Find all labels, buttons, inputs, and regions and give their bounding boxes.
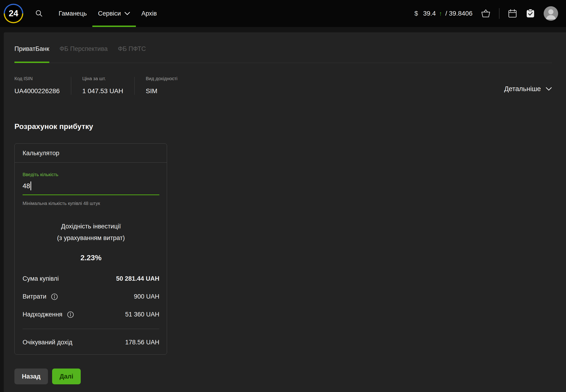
isin-group: Код ISIN UA4000226286 xyxy=(15,76,60,95)
tab-fb-pfts[interactable]: ФБ ПФТС xyxy=(118,45,146,63)
expenses-label: Витрати xyxy=(23,293,46,300)
yield-percentage: 2.23% xyxy=(23,253,159,262)
details-label: Детальніше xyxy=(504,85,541,93)
proceeds-label: Надходження xyxy=(23,311,62,318)
calculator-title: Калькулятор xyxy=(15,144,167,163)
tab-privatbank-label: ПриватБанк xyxy=(15,45,49,52)
quantity-input-value: 48 xyxy=(23,182,30,190)
purchase-sum-value: 50 281.44 UAH xyxy=(116,275,159,282)
calculation-rows: Сума купівлі 50 281.44 UAH Витрати xyxy=(23,275,159,346)
tab-privatbank[interactable]: ПриватБанк xyxy=(15,45,49,63)
calendar-button[interactable] xyxy=(508,9,517,18)
yield-caption-line1: Дохідність інвестиції xyxy=(23,221,159,232)
currency-rate[interactable]: $ 39.4 ↑ / 39.8406 xyxy=(414,10,473,17)
content-panel: ПриватБанк ФБ Перспектива ФБ ПФТС Код IS… xyxy=(4,32,566,392)
expenses-info-button[interactable] xyxy=(51,293,58,300)
tab-fb-pfts-label: ФБ ПФТС xyxy=(118,45,146,52)
purchase-sum-row: Сума купівлі 50 281.44 UAH xyxy=(23,275,159,282)
form-actions: Назад Далі xyxy=(15,368,552,384)
nav-item-services[interactable]: Сервіси xyxy=(92,0,136,27)
calculator-card: Калькулятор Введіть кількість 48 Мінімал… xyxy=(15,143,167,355)
min-quantity-hint: Мінімальна кількість купівлі 48 штук xyxy=(23,201,159,206)
purchase-sum-label: Сума купівлі xyxy=(23,275,59,282)
isin-label: Код ISIN xyxy=(15,76,60,81)
yield-type-value: SIM xyxy=(146,87,178,95)
info-icon xyxy=(67,311,74,318)
nav-item-wallet[interactable]: Гаманець xyxy=(53,0,92,27)
nav-item-archive[interactable]: Архів xyxy=(136,0,163,27)
page-title: Розрахунок прибутку xyxy=(15,122,552,131)
top-nav: 24 Гаманець Сервіси Архів $ 3 xyxy=(0,0,566,27)
back-button[interactable]: Назад xyxy=(15,368,48,384)
vertical-divider xyxy=(71,77,71,95)
proceeds-info-button[interactable] xyxy=(67,311,74,318)
privat24-logo[interactable]: 24 xyxy=(4,4,23,23)
nav-right-area: $ 39.4 ↑ / 39.8406 xyxy=(414,6,558,21)
expenses-row: Витрати 900 UAH xyxy=(23,293,159,300)
text-cursor xyxy=(30,182,31,190)
security-info-row: Код ISIN UA4000226286 Ціна за шт. 1 047.… xyxy=(15,63,552,95)
quantity-input-label: Введіть кількість xyxy=(23,172,159,177)
price-value: 1 047.53 UAH xyxy=(82,87,123,95)
privat24-logo-text: 24 xyxy=(5,5,22,22)
cart-icon xyxy=(481,9,491,18)
main-menu: Гаманець Сервіси Архів xyxy=(53,0,162,27)
currency-symbol: $ xyxy=(414,10,418,17)
rate-up-arrow-icon: ↑ xyxy=(439,10,442,17)
expected-income-value: 178.56 UAH xyxy=(125,339,159,346)
yield-block: Дохідність інвестиції (з урахуванням вит… xyxy=(23,221,159,262)
proceeds-value: 51 360 UAH xyxy=(125,311,159,318)
yield-type-group: Вид дохідності SIM xyxy=(146,76,178,95)
vertical-divider xyxy=(134,77,135,95)
tab-bar: ПриватБанк ФБ Перспектива ФБ ПФТС xyxy=(15,32,552,63)
search-icon xyxy=(35,9,43,18)
chevron-down-icon xyxy=(124,12,130,15)
cart-button[interactable] xyxy=(481,9,491,18)
search-button[interactable] xyxy=(35,9,43,18)
yield-caption-line2: (з урахуванням витрат) xyxy=(23,232,159,244)
expected-income-row: Очікуваний дохід 178.56 UAH xyxy=(23,339,159,346)
nav-divider xyxy=(499,8,499,19)
nav-item-archive-label: Архів xyxy=(141,10,157,17)
isin-value: UA4000226286 xyxy=(15,87,60,95)
tab-fb-perspektyva[interactable]: ФБ Перспектива xyxy=(60,45,108,63)
proceeds-row: Надходження 51 360 UAH xyxy=(23,311,159,318)
currency-sell-rate: / 39.8406 xyxy=(445,10,473,17)
price-label: Ціна за шт. xyxy=(82,76,123,81)
next-button[interactable]: Далі xyxy=(52,368,81,384)
info-icon xyxy=(51,293,58,300)
nav-item-services-label: Сервіси xyxy=(98,10,121,17)
card-divider xyxy=(23,329,159,329)
tasks-button[interactable] xyxy=(525,9,535,18)
quantity-input[interactable]: 48 xyxy=(23,182,159,195)
expenses-value: 900 UAH xyxy=(134,293,159,300)
tab-fb-perspektyva-label: ФБ Перспектива xyxy=(60,45,108,52)
price-group: Ціна за шт. 1 047.53 UAH xyxy=(82,76,123,95)
user-avatar[interactable] xyxy=(544,6,558,21)
nav-item-wallet-label: Гаманець xyxy=(59,10,87,17)
calculator-body: Введіть кількість 48 Мінімальна кількіст… xyxy=(15,172,167,354)
currency-buy-rate: 39.4 xyxy=(423,10,436,17)
chevron-down-icon xyxy=(546,87,552,91)
person-icon xyxy=(544,6,558,21)
yield-type-label: Вид дохідності xyxy=(146,76,178,81)
calendar-icon xyxy=(508,9,517,18)
clipboard-check-icon xyxy=(525,9,535,18)
expected-income-label: Очікуваний дохід xyxy=(23,339,72,346)
details-toggle[interactable]: Детальніше xyxy=(504,85,552,93)
